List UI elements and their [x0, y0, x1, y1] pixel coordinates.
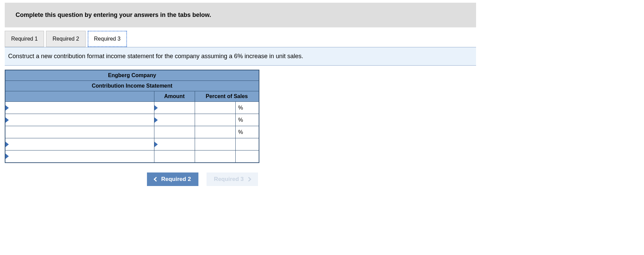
tab-required-1[interactable]: Required 1: [5, 31, 44, 47]
table-row: %: [5, 102, 259, 114]
row-label-input[interactable]: [5, 150, 154, 162]
tab-required-3[interactable]: Required 3: [88, 31, 127, 47]
table-row: %: [5, 114, 259, 126]
row-amount-input[interactable]: [154, 102, 195, 114]
row-percent-input[interactable]: [195, 102, 235, 114]
next-button-label: Required 3: [214, 176, 244, 183]
prev-button-label: Required 2: [161, 176, 191, 183]
row-amount-input[interactable]: [154, 114, 195, 126]
row-label-input[interactable]: [5, 102, 154, 114]
instruction-bar: Complete this question by entering your …: [5, 3, 476, 27]
percent-symbol: %: [235, 114, 259, 126]
chevron-right-icon: [246, 177, 251, 181]
percent-symbol: [235, 150, 259, 163]
table-row: [5, 138, 259, 150]
row-label-input[interactable]: [5, 114, 154, 126]
row-amount-input[interactable]: [154, 150, 195, 162]
row-percent-input[interactable]: [195, 150, 235, 162]
prev-button[interactable]: Required 2: [147, 172, 198, 186]
col-header-blank: [5, 91, 154, 102]
row-percent-input[interactable]: [195, 126, 235, 138]
row-label-input[interactable]: [5, 126, 154, 138]
tabs-row: Required 1 Required 2 Required 3: [0, 31, 481, 47]
question-panel: Construct a new contribution format inco…: [5, 47, 476, 66]
question-text: Construct a new contribution format inco…: [8, 53, 303, 60]
tab-label: Required 1: [11, 36, 38, 42]
row-amount-input[interactable]: [154, 126, 195, 138]
question-container: Complete this question by entering your …: [0, 0, 481, 186]
next-button[interactable]: Required 3: [207, 172, 258, 186]
income-statement-table: Engberg Company Contribution Income Stat…: [5, 70, 259, 163]
row-percent-input[interactable]: [195, 114, 235, 126]
tab-label: Required 2: [52, 36, 79, 42]
chevron-left-icon: [154, 177, 158, 181]
table-row: [5, 150, 259, 163]
instruction-text: Complete this question by entering your …: [16, 11, 211, 18]
percent-symbol: %: [235, 126, 259, 138]
percent-symbol: [235, 138, 259, 150]
row-percent-input[interactable]: [195, 138, 235, 150]
col-header-amount: Amount: [154, 91, 195, 102]
percent-symbol: %: [235, 102, 259, 114]
nav-row: Required 2 Required 3: [5, 172, 476, 186]
row-label-input[interactable]: [5, 138, 154, 150]
table-row: %: [5, 126, 259, 138]
table-title-company: Engberg Company: [5, 70, 259, 81]
tab-label: Required 3: [94, 36, 121, 42]
table-title-statement: Contribution Income Statement: [5, 81, 259, 91]
worksheet: Engberg Company Contribution Income Stat…: [5, 70, 476, 163]
tab-required-2[interactable]: Required 2: [46, 31, 85, 47]
row-amount-input[interactable]: [154, 138, 195, 150]
col-header-percent: Percent of Sales: [195, 91, 259, 102]
